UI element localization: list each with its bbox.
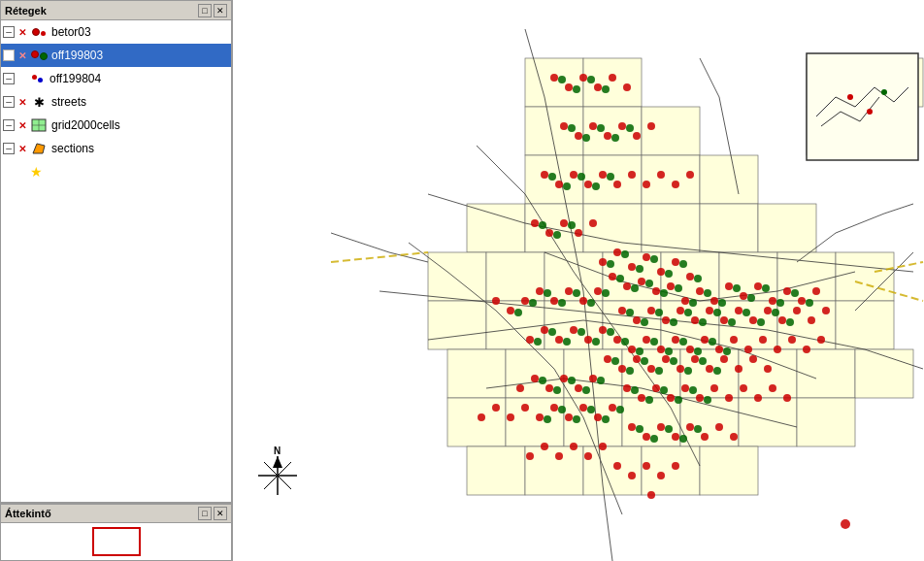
- svg-point-142: [516, 384, 524, 392]
- layer-item-off199803[interactable]: ─ ✕ off199803: [1, 44, 231, 67]
- svg-point-249: [713, 309, 721, 316]
- svg-point-258: [563, 338, 571, 346]
- layer-item-betor03[interactable]: ─ ✕ betor03: [1, 20, 231, 44]
- svg-point-152: [754, 394, 762, 402]
- svg-point-300: [573, 85, 580, 93]
- svg-rect-9: [642, 107, 700, 155]
- svg-point-252: [757, 318, 765, 326]
- svg-point-64: [672, 258, 679, 266]
- map-area[interactable]: fok 0 30 000: [233, 0, 924, 561]
- svg-point-119: [744, 346, 752, 353]
- svg-point-308: [548, 173, 556, 181]
- layer-x-grid2000cells[interactable]: ✕: [16, 119, 28, 131]
- svg-point-314: [553, 231, 561, 239]
- layer-item-extra[interactable]: ★: [1, 160, 231, 183]
- layer-checkbox-grid2000cells[interactable]: ─: [3, 119, 15, 131]
- svg-point-137: [589, 375, 597, 382]
- svg-point-77: [769, 297, 776, 305]
- svg-point-100: [778, 316, 786, 324]
- svg-point-285: [675, 396, 682, 404]
- svg-rect-5: [525, 58, 583, 107]
- svg-point-284: [660, 386, 668, 394]
- svg-point-89: [618, 307, 626, 314]
- svg-point-128: [647, 365, 655, 373]
- svg-point-270: [626, 367, 634, 375]
- svg-point-246: [670, 318, 677, 326]
- overview-close-button[interactable]: ✕: [214, 507, 227, 520]
- svg-point-217: [636, 265, 644, 273]
- svg-point-224: [645, 280, 653, 287]
- overview-restore-button[interactable]: □: [198, 507, 212, 520]
- svg-point-126: [618, 365, 626, 373]
- layer-checkbox-sections[interactable]: ─: [3, 143, 15, 154]
- svg-point-277: [597, 377, 605, 384]
- svg-point-129: [662, 355, 670, 363]
- svg-point-115: [686, 346, 694, 353]
- layer-x-streets[interactable]: ✕: [16, 96, 28, 108]
- svg-point-220: [679, 260, 687, 268]
- svg-point-157: [579, 404, 587, 412]
- svg-point-212: [575, 229, 582, 237]
- svg-point-183: [672, 462, 679, 470]
- svg-point-256: [592, 338, 600, 346]
- svg-point-98: [749, 316, 757, 324]
- svg-point-280: [553, 386, 561, 394]
- layer-icon-off199803: [30, 47, 48, 64]
- svg-marker-3: [33, 144, 45, 153]
- svg-point-228: [704, 289, 711, 297]
- layer-checkbox-streets[interactable]: ─: [3, 96, 15, 108]
- svg-point-293: [544, 415, 551, 423]
- layer-item-off199804[interactable]: ─ off199804: [1, 67, 231, 90]
- svg-point-68: [638, 278, 645, 285]
- svg-point-94: [691, 316, 699, 324]
- svg-point-241: [529, 299, 537, 307]
- layer-x-betor03[interactable]: ✕: [16, 26, 28, 38]
- svg-point-78: [783, 287, 791, 295]
- svg-rect-36: [447, 349, 506, 398]
- layer-icon-betor03: [30, 23, 48, 41]
- svg-point-134: [735, 365, 742, 373]
- layer-checkbox-off199803[interactable]: ─: [3, 50, 15, 61]
- svg-rect-13: [700, 155, 758, 204]
- svg-point-163: [492, 404, 500, 412]
- svg-point-172: [730, 433, 738, 441]
- layers-close-button[interactable]: ✕: [214, 4, 227, 17]
- svg-point-210: [545, 229, 553, 237]
- map-svg[interactable]: N: [233, 0, 924, 561]
- layers-restore-button[interactable]: □: [198, 4, 212, 17]
- svg-point-186: [565, 83, 573, 91]
- svg-point-127: [633, 355, 641, 363]
- svg-point-166: [643, 433, 650, 441]
- svg-point-318: [867, 109, 873, 115]
- svg-rect-8: [583, 107, 642, 155]
- layer-name-off199803: off199803: [51, 49, 103, 62]
- svg-point-206: [657, 171, 665, 179]
- svg-point-231: [747, 294, 755, 302]
- layer-item-sections[interactable]: ─ ✕ sections: [1, 137, 231, 160]
- svg-point-178: [526, 452, 534, 460]
- svg-point-237: [587, 299, 595, 307]
- svg-point-254: [786, 318, 794, 326]
- svg-rect-52: [525, 446, 583, 495]
- layer-checkbox-betor03[interactable]: ─: [3, 26, 15, 38]
- svg-point-282: [631, 386, 639, 394]
- svg-point-313: [539, 221, 546, 229]
- svg-point-189: [609, 74, 616, 82]
- svg-point-307: [626, 124, 634, 132]
- svg-point-281: [539, 377, 546, 384]
- layer-x-off199803[interactable]: ✕: [16, 50, 28, 61]
- svg-point-154: [783, 394, 791, 402]
- svg-point-214: [841, 519, 850, 529]
- svg-point-59: [599, 258, 607, 266]
- svg-rect-16: [583, 204, 642, 252]
- svg-point-190: [623, 83, 631, 91]
- svg-point-230: [733, 284, 741, 292]
- layer-checkbox-off199804[interactable]: ─: [3, 73, 15, 84]
- layer-item-grid2000cells[interactable]: ─ ✕ grid2000cells: [1, 114, 231, 137]
- svg-point-197: [647, 122, 655, 130]
- layer-item-streets[interactable]: ─ ✕ ✱ streets: [1, 90, 231, 114]
- svg-point-96: [720, 316, 728, 324]
- layer-x-sections[interactable]: ✕: [16, 143, 28, 154]
- svg-point-107: [555, 336, 563, 344]
- svg-point-65: [686, 273, 694, 280]
